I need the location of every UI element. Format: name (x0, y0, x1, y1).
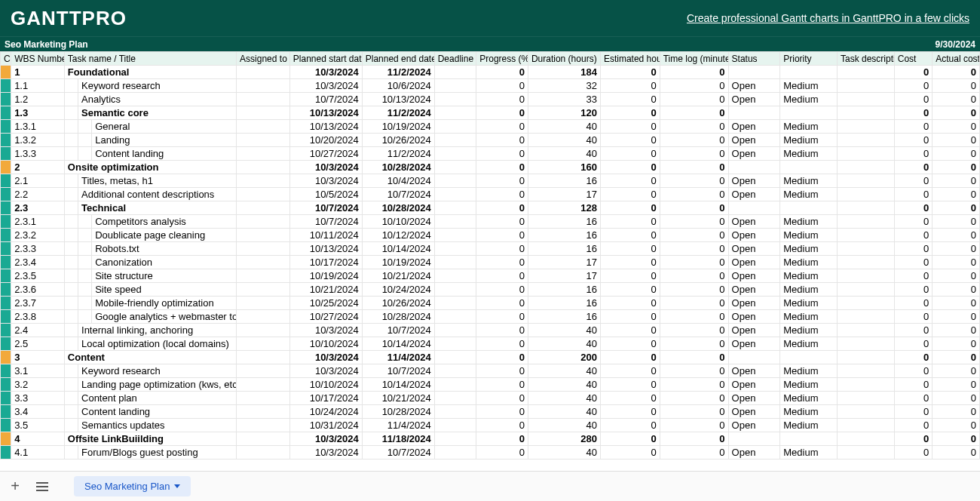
desc-cell[interactable] (837, 405, 894, 419)
est-cell[interactable]: 0 (600, 283, 660, 297)
est-cell[interactable]: 0 (600, 256, 660, 269)
deadline-cell[interactable] (434, 283, 476, 297)
planned-end-cell[interactable]: 10/19/2024 (362, 256, 434, 269)
planned-start-cell[interactable]: 10/13/2024 (289, 106, 362, 120)
table-row[interactable]: 1.3.3Content landing10/27/202411/2/20240… (1, 147, 980, 161)
wbs-cell[interactable]: 2.3.5 (11, 269, 65, 283)
acost-cell[interactable]: 0 (933, 324, 980, 337)
progress-cell[interactable]: 0 (476, 324, 528, 337)
planned-end-cell[interactable]: 10/7/2024 (362, 364, 434, 378)
task-name-cell[interactable]: Keyword research (78, 364, 237, 378)
duration-cell[interactable]: 40 (528, 324, 600, 337)
assigned-cell[interactable] (237, 364, 290, 378)
task-name-cell[interactable]: Analytics (78, 93, 237, 106)
acost-cell[interactable]: 0 (933, 242, 980, 256)
planned-start-cell[interactable]: 10/3/2024 (289, 446, 362, 460)
cost-cell[interactable]: 0 (894, 310, 933, 324)
wbs-cell[interactable]: 4 (11, 432, 65, 446)
priority-cell[interactable]: Medium (780, 79, 838, 93)
desc-cell[interactable] (837, 215, 894, 229)
deadline-cell[interactable] (434, 106, 476, 120)
status-cell[interactable]: Open (728, 93, 780, 106)
priority-cell[interactable] (780, 66, 838, 79)
planned-start-cell[interactable]: 10/3/2024 (289, 432, 362, 446)
add-sheet-button[interactable] (5, 476, 26, 497)
duration-cell[interactable]: 17 (528, 269, 600, 283)
cost-cell[interactable]: 0 (894, 106, 933, 120)
desc-cell[interactable] (837, 201, 894, 215)
cost-cell[interactable]: 0 (894, 134, 933, 147)
duration-cell[interactable]: 128 (528, 201, 600, 215)
cost-cell[interactable]: 0 (894, 242, 933, 256)
assigned-cell[interactable] (237, 269, 290, 283)
priority-cell[interactable]: Medium (780, 147, 838, 161)
planned-end-cell[interactable]: 10/19/2024 (362, 120, 434, 134)
timelog-cell[interactable]: 0 (660, 134, 728, 147)
duration-cell[interactable]: 40 (528, 120, 600, 134)
deadline-cell[interactable] (434, 188, 476, 201)
est-cell[interactable]: 0 (600, 405, 660, 419)
table-row[interactable]: 2.3.1Competitors analysis10/7/202410/10/… (1, 215, 980, 229)
assigned-cell[interactable] (237, 174, 290, 188)
col-pend[interactable]: Planned end date (362, 52, 434, 66)
wbs-cell[interactable]: 3.5 (11, 419, 65, 432)
cost-cell[interactable]: 0 (894, 215, 933, 229)
table-row[interactable]: 4Offsite LinkBuiilding10/3/202411/18/202… (1, 432, 980, 446)
priority-cell[interactable]: Medium (780, 378, 838, 392)
assigned-cell[interactable] (237, 106, 290, 120)
wbs-cell[interactable]: 2.3.4 (11, 256, 65, 269)
timelog-cell[interactable]: 0 (660, 432, 728, 446)
table-row[interactable]: 3Content10/3/202411/4/202402000000 (1, 351, 980, 364)
deadline-cell[interactable] (434, 392, 476, 405)
assigned-cell[interactable] (237, 66, 290, 79)
planned-end-cell[interactable]: 10/4/2024 (362, 174, 434, 188)
progress-cell[interactable]: 0 (476, 120, 528, 134)
progress-cell[interactable]: 0 (476, 432, 528, 446)
task-name-cell[interactable]: Landing (92, 134, 237, 147)
wbs-cell[interactable]: 2.3.6 (11, 283, 65, 297)
cost-cell[interactable]: 0 (894, 79, 933, 93)
cost-cell[interactable]: 0 (894, 283, 933, 297)
assigned-cell[interactable] (237, 242, 290, 256)
deadline-cell[interactable] (434, 310, 476, 324)
priority-cell[interactable]: Medium (780, 215, 838, 229)
table-row[interactable]: 2.1Titles, metas, h110/3/202410/4/202401… (1, 174, 980, 188)
task-name-cell[interactable]: Landing page optimization (kws, etc) (78, 378, 237, 392)
col-progress[interactable]: Progress (%) (476, 52, 528, 66)
acost-cell[interactable]: 0 (933, 405, 980, 419)
planned-start-cell[interactable]: 10/3/2024 (289, 66, 362, 79)
timelog-cell[interactable]: 0 (660, 392, 728, 405)
wbs-cell[interactable]: 1.1 (11, 79, 65, 93)
cost-cell[interactable]: 0 (894, 297, 933, 310)
est-cell[interactable]: 0 (600, 79, 660, 93)
table-row[interactable]: 2.5Local optimization (local domains)10/… (1, 337, 980, 351)
task-name-cell[interactable]: Titles, metas, h1 (78, 174, 237, 188)
deadline-cell[interactable] (434, 324, 476, 337)
timelog-cell[interactable]: 0 (660, 120, 728, 134)
timelog-cell[interactable]: 0 (660, 229, 728, 242)
priority-cell[interactable]: Medium (780, 446, 838, 460)
cost-cell[interactable]: 0 (894, 351, 933, 364)
timelog-cell[interactable]: 0 (660, 405, 728, 419)
planned-end-cell[interactable]: 11/18/2024 (362, 432, 434, 446)
timelog-cell[interactable]: 0 (660, 269, 728, 283)
assigned-cell[interactable] (237, 215, 290, 229)
timelog-cell[interactable]: 0 (660, 161, 728, 174)
deadline-cell[interactable] (434, 405, 476, 419)
desc-cell[interactable] (837, 256, 894, 269)
status-cell[interactable]: Open (728, 188, 780, 201)
col-est[interactable]: Estimated hours (600, 52, 660, 66)
desc-cell[interactable] (837, 351, 894, 364)
planned-end-cell[interactable]: 11/2/2024 (362, 106, 434, 120)
col-assigned[interactable]: Assigned to (237, 52, 290, 66)
acost-cell[interactable]: 0 (933, 201, 980, 215)
planned-start-cell[interactable]: 10/7/2024 (289, 215, 362, 229)
task-name-cell[interactable]: Canonization (92, 256, 237, 269)
cost-cell[interactable]: 0 (894, 256, 933, 269)
acost-cell[interactable]: 0 (933, 93, 980, 106)
acost-cell[interactable]: 0 (933, 283, 980, 297)
desc-cell[interactable] (837, 229, 894, 242)
deadline-cell[interactable] (434, 201, 476, 215)
desc-cell[interactable] (837, 188, 894, 201)
duration-cell[interactable]: 17 (528, 256, 600, 269)
